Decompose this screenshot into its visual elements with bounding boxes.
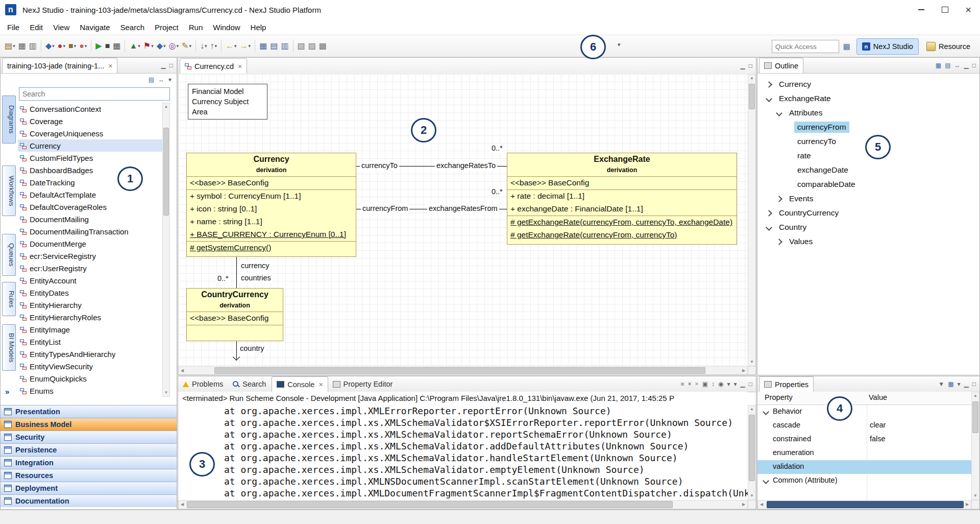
open-perspective-icon[interactable]: ▦ (843, 42, 852, 51)
toolbar-new-button[interactable]: ▤▾ (3, 39, 17, 53)
toolbar-layout-a-button[interactable]: ▧ (296, 39, 307, 53)
view-menu-icon[interactable]: ▾ (957, 381, 960, 387)
menu-navigate[interactable]: Navigate (75, 20, 115, 34)
scroll-right-icon[interactable]: ▶ (964, 501, 971, 509)
toolbar-console-button[interactable]: ▦ (111, 39, 122, 53)
property-row-constrained[interactable]: constrainedfalse (757, 433, 971, 446)
toolbar-table-edit-button[interactable]: ▤ (268, 39, 279, 53)
toolbar-page-button[interactable]: ↑▾ (209, 39, 219, 53)
scrollbar-thumb[interactable] (187, 501, 673, 508)
maximize-window-button[interactable] (933, 1, 957, 19)
list-item-coverage[interactable]: Coverage (18, 115, 162, 127)
maximize-icon[interactable]: □ (972, 62, 976, 68)
view-menu-icon[interactable]: ▾ (733, 381, 737, 387)
terminate-icon[interactable]: ■ (680, 381, 684, 387)
property-row-validation[interactable]: validation (757, 460, 971, 474)
toolbar-terminate-button[interactable]: ■ (104, 39, 112, 53)
menu-view[interactable]: View (48, 20, 75, 34)
section-business-model[interactable]: Business Model (1, 418, 177, 431)
menu-file[interactable]: File (2, 20, 24, 34)
editor-horizontal-scrollbar[interactable]: ◀ ▶ (178, 366, 748, 375)
toolbar-flag-button[interactable]: ⚑▾ (142, 39, 155, 53)
chevron-down-icon[interactable] (763, 478, 769, 484)
property-row-common-attribute[interactable]: Common (Attribute) (757, 474, 971, 488)
toolbar-forward-button[interactable]: →▾ (238, 39, 253, 53)
properties-vertical-scrollbar[interactable]: ▲ ▼ (971, 392, 979, 500)
maximize-icon[interactable]: □ (169, 62, 173, 68)
menu-edit[interactable]: Edit (24, 20, 48, 34)
outline-node-currency[interactable]: Currency (757, 77, 979, 91)
console-output[interactable]: at org.apache.xerces.impl.XMLErrorReport… (178, 405, 748, 500)
list-item-conversationcontext[interactable]: ConversationContext (18, 103, 162, 115)
list-item-entityviewsecurity[interactable]: EntityViewSecurity (18, 360, 162, 372)
open-console-icon[interactable]: ▾ (727, 381, 730, 387)
remove-icon[interactable]: × (688, 381, 692, 387)
scroll-down-icon[interactable]: ▼ (748, 359, 755, 366)
class-exchangerate[interactable]: ExchangeRatederivation<<base>> BaseConfi… (507, 153, 737, 245)
outline-node-attributes[interactable]: Attributes (757, 106, 979, 120)
outline-node-countrycurrency[interactable]: CountryCurrency (757, 206, 979, 220)
tab-problems[interactable]: Problems (178, 377, 228, 392)
chevron-right-icon[interactable] (776, 239, 782, 245)
list-item-defaultcoverageroles[interactable]: DefaultCoverageRoles (18, 201, 162, 213)
side-tab-queues[interactable]: Queues (2, 234, 16, 276)
chevron-down-icon[interactable] (776, 110, 782, 116)
list-item-ecr-userregistry[interactable]: ecr:UserRegistry (18, 262, 162, 274)
collapse-all-icon[interactable]: ▤ (149, 77, 154, 83)
collapse-all-icon[interactable]: ▤ (945, 62, 950, 68)
scrollbar-thumb[interactable] (972, 401, 978, 433)
list-scrollbar[interactable]: ▲ ▼ (162, 103, 170, 397)
list-item-enums[interactable]: Enums (18, 385, 162, 397)
toolbar-field-button[interactable]: ↓▾ (199, 39, 209, 53)
toolbar-trace-button[interactable]: ◎▾ (167, 39, 181, 53)
toolbar-model-library-button[interactable]: ◆▾ (44, 39, 56, 53)
outline-node-currencyfrom[interactable]: currencyFrom (757, 120, 979, 134)
filter-icon[interactable]: ▼ (938, 381, 944, 387)
side-tab-rules[interactable]: Rules (2, 282, 16, 316)
chevron-right-icon[interactable] (766, 210, 772, 217)
list-item-customfieldtypes[interactable]: CustomFieldTypes (18, 152, 162, 164)
class-currency[interactable]: Currencyderivation<<base>> BaseConfig+ s… (186, 153, 356, 257)
scrollbar-thumb[interactable] (214, 367, 705, 374)
minimize-icon[interactable]: ▁ (964, 381, 969, 387)
scroll-left-icon[interactable]: ◀ (179, 367, 186, 374)
menu-project[interactable]: Project (150, 20, 184, 34)
scroll-down-icon[interactable]: ▼ (163, 389, 169, 396)
clear-icon[interactable]: ▣ (702, 381, 708, 387)
menu-window[interactable]: Window (208, 20, 245, 34)
scrollbar-thumb[interactable] (749, 415, 755, 481)
toolbar-print-button[interactable]: ▥ (28, 39, 38, 53)
tab-property-editor[interactable]: Property Editor (328, 377, 398, 392)
maximize-icon[interactable]: □ (972, 381, 976, 387)
chevron-right-icon[interactable] (776, 196, 782, 202)
side-tab-diagrams[interactable]: Diagrams (2, 96, 16, 144)
maximize-icon[interactable]: □ (749, 63, 752, 69)
minimize-icon[interactable]: ▁ (741, 381, 745, 387)
tab-search[interactable]: Search (228, 377, 271, 392)
section-deployment[interactable]: Deployment (1, 482, 177, 494)
outline-node-country[interactable]: Country (757, 220, 979, 234)
scrollbar-thumb[interactable] (749, 84, 755, 109)
toolbar-metadata-button[interactable]: ●▾ (56, 39, 67, 53)
scroll-down-icon[interactable]: ▼ (748, 492, 755, 499)
scroll-right-icon[interactable]: ▶ (740, 501, 747, 509)
close-icon[interactable]: × (108, 62, 112, 70)
scrollbar-thumb[interactable] (163, 128, 169, 216)
minimize-icon[interactable]: ▁ (161, 62, 166, 68)
list-item-documentmailing[interactable]: DocumentMailing (18, 213, 162, 225)
maximize-icon[interactable]: □ (749, 381, 752, 387)
list-item-entityimage[interactable]: EntityImage (18, 323, 162, 336)
link-editor-icon[interactable]: ↔ (158, 77, 164, 83)
properties-horizontal-scrollbar[interactable]: ◀ ▶ (757, 500, 971, 509)
diagram-canvas[interactable]: Financial Model Currency Subject Area Cu… (178, 74, 748, 366)
side-tab-workflows[interactable]: Workflows (2, 165, 16, 216)
view-menu-icon[interactable]: ▾ (168, 77, 172, 83)
scroll-left-icon[interactable]: ◀ (179, 501, 186, 509)
chevron-down-icon[interactable] (766, 96, 772, 102)
side-tabs-overflow[interactable]: » (5, 387, 9, 396)
search-input[interactable] (19, 87, 170, 101)
section-documentation[interactable]: Documentation (1, 494, 177, 507)
toolbar-archive-button[interactable]: ■▾ (67, 39, 78, 53)
toolbar-save-button[interactable]: ▦ (17, 39, 28, 53)
toolbar-user-button[interactable]: ●▾ (78, 39, 88, 53)
